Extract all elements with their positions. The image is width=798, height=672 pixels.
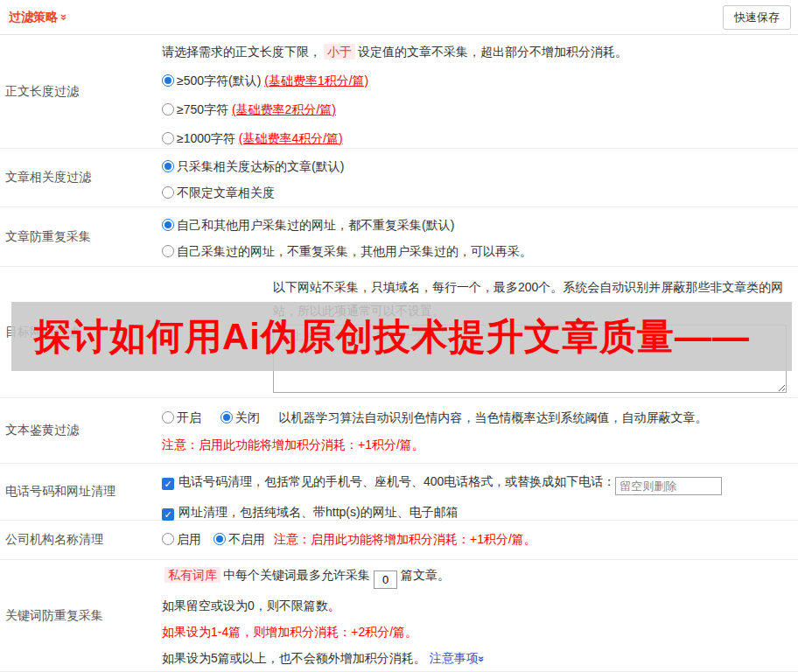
length-option-500[interactable]: ≥500字符(默认) (基础费率1积分/篇) [162, 72, 791, 89]
length-option-750[interactable]: ≥750字符 (基础费率2积分/篇) [162, 101, 791, 118]
url-clean-option: 网址清理，包括纯域名、带http(s)的网址、电子邮箱 [162, 501, 791, 522]
row-relevance-filter: 文章相关度过滤 只采集相关度达标的文章(默认) 不限定文章相关度 [0, 149, 798, 207]
private-lexicon-highlight[interactable]: 私有词库 [164, 567, 220, 583]
row-label: 正文长度过滤 [0, 35, 162, 148]
keyword-note-zero: 如果留空或设为0，则不限篇数。 [162, 596, 791, 615]
topbar: 过滤策略 快速保存 [0, 0, 798, 35]
radio-icon[interactable] [162, 245, 174, 257]
keyword-limit-input[interactable] [374, 570, 397, 589]
porn-filter-cost-note: 注意：启用此功能将增加积分消耗：+1积分/篇。 [162, 436, 791, 453]
radio-selected-icon[interactable] [162, 160, 174, 172]
fee-note: (基础费率1积分/篇) [264, 74, 368, 88]
row-content-length-filter: 正文长度过滤 请选择需求的正文长度下限，小于设定值的文章不采集，超出部分不增加积… [0, 35, 798, 149]
radio-selected-icon[interactable] [162, 219, 174, 231]
length-intro: 请选择需求的正文长度下限，小于设定值的文章不采集，超出部分不增加积分消耗。 [162, 43, 791, 60]
porn-option-on[interactable]: 开启 [162, 410, 201, 424]
double-chevron-down-icon [59, 14, 70, 20]
row-keyword-dedup: 关键词防重复采集 私有词库中每个关键词最多允许采集篇文章。 如果留空或设为0，则… [0, 560, 798, 672]
row-label: 公司机构名称清理 [0, 521, 162, 559]
radio-icon[interactable] [162, 533, 174, 545]
radio-selected-icon[interactable] [220, 411, 233, 424]
row-dedup-collection: 文章防重复采集 自己和其他用户采集过的网址，都不重复采集(默认) 自己采集过的网… [0, 207, 798, 267]
row-label: 关键词防重复采集 [0, 560, 162, 671]
phone-clean-option: 电话号码清理，包括常见的手机号、座机号、400电话格式，或替换成如下电话： [162, 471, 791, 495]
radio-selected-icon[interactable] [162, 74, 174, 87]
row-label: 电话号码和网址清理 [0, 464, 162, 520]
row-company-clean: 公司机构名称清理 启用 不启用 注意：启用此功能将增加积分消耗：+1积分/篇。 [0, 521, 798, 560]
quick-save-button[interactable]: 快速保存 [723, 5, 791, 30]
radio-icon[interactable] [162, 186, 174, 199]
fee-note: (基础费率4积分/篇) [239, 131, 343, 145]
row-porn-filter: 文本鉴黄过滤 开启 关闭 以机器学习算法自动识别色情内容，当色情概率达到系统阈值… [0, 398, 798, 464]
length-option-1000[interactable]: ≥1000字符 (基础费率4积分/篇) [162, 130, 791, 147]
notice-link[interactable]: 注意事项 [430, 651, 485, 665]
radio-icon[interactable] [162, 132, 174, 144]
radio-icon[interactable] [162, 103, 174, 116]
relevance-option-strict[interactable]: 只采集相关度达标的文章(默认) [162, 158, 791, 175]
checkbox-checked-icon[interactable] [162, 508, 174, 521]
row-label: 文章防重复采集 [0, 207, 162, 266]
radio-selected-icon[interactable] [214, 533, 226, 545]
dedup-option-global[interactable]: 自己和其他用户采集过的网址，都不重复采集(默认) [162, 216, 791, 234]
section-title-toggle[interactable]: 过滤策略 [9, 10, 67, 25]
checkbox-checked-icon[interactable] [162, 478, 174, 490]
company-clean-cost-note: 注意：启用此功能将增加积分消耗：+1积分/篇。 [274, 532, 536, 548]
less-than-highlight: 小于 [324, 44, 355, 60]
overlay-banner: 探讨如何用Ai伪原创技术提升文章质量—— [11, 302, 792, 371]
dedup-option-own[interactable]: 自己采集过的网址，不重复采集，其他用户采集过的，可以再采。 [162, 242, 791, 260]
replacement-phone-input[interactable] [615, 477, 722, 495]
row-label: 文章相关度过滤 [0, 149, 162, 206]
overlay-banner-text: 探讨如何用Ai伪原创技术提升文章质量—— [34, 312, 750, 361]
radio-icon[interactable] [162, 411, 174, 424]
porn-option-off[interactable]: 关闭 [220, 410, 260, 424]
filter-settings-page: 过滤策略 快速保存 正文长度过滤 请选择需求的正文长度下限，小于设定值的文章不采… [0, 0, 798, 672]
row-phone-url-clean: 电话号码和网址清理 电话号码清理，包括常见的手机号、座机号、400电话格式，或替… [0, 464, 798, 521]
keyword-note-five: 如果设为5篇或以上，也不会额外增加积分消耗。 注意事项 [162, 648, 791, 668]
company-option-on[interactable]: 启用 [162, 532, 201, 548]
company-option-off[interactable]: 不启用 [214, 532, 265, 548]
relevance-option-any[interactable]: 不限定文章相关度 [162, 184, 791, 201]
porn-filter-description: 以机器学习算法自动识别色情内容，当色情概率达到系统阈值，自动屏蔽文章。 [279, 410, 708, 424]
fee-note: (基础费率2积分/篇) [232, 102, 336, 116]
porn-filter-options: 开启 关闭 以机器学习算法自动识别色情内容，当色情概率达到系统阈值，自动屏蔽文章… [162, 409, 791, 426]
row-label: 文本鉴黄过滤 [0, 398, 162, 463]
double-chevron-down-icon [476, 656, 486, 662]
keyword-note-cost: 如果设为1-4篇，则增加积分消耗：+2积分/篇。 [162, 622, 791, 641]
page-title: 过滤策略 [9, 10, 58, 25]
keyword-limit-line: 私有词库中每个关键词最多允许采集篇文章。 [162, 565, 791, 589]
